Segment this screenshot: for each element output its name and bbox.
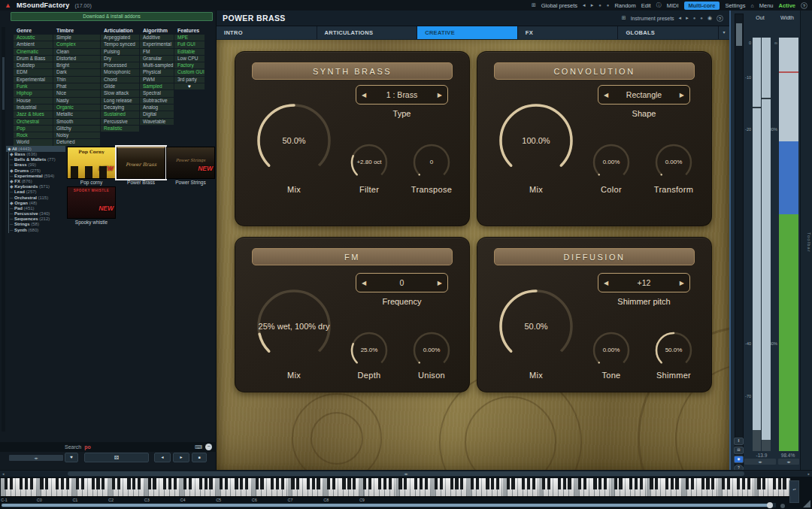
preset-card[interactable]: Pop Corny NEW Pop corny (67, 147, 116, 186)
tag-item[interactable]: Tempo synced (101, 41, 139, 47)
small-knob-1[interactable]: +2.80 oct (347, 141, 391, 184)
preset-thumbnail-image[interactable]: Power Brass (117, 147, 165, 179)
tree-item[interactable]: FX (876) (10, 179, 65, 184)
tag-item[interactable]: Arpeggiated (101, 35, 139, 41)
tag-item[interactable]: Jazz & blues (14, 111, 53, 117)
tree-item[interactable]: Pad (451) (10, 206, 65, 211)
info-icon[interactable]: ⓘ (656, 2, 662, 9)
tag-item[interactable]: Analog (140, 105, 174, 111)
tree-item[interactable]: Synth (680) (10, 228, 65, 233)
small-knob-2[interactable]: 0 (410, 141, 453, 184)
preset-thumbnail-image[interactable]: Power Strings NEW (166, 147, 215, 179)
sidebar-scrollbar[interactable] (2, 27, 5, 432)
tree-item[interactable]: Orchestral (115) (10, 195, 65, 201)
tag-item[interactable]: Simple (53, 35, 100, 41)
selector-next-icon[interactable]: ▶ (674, 92, 689, 98)
toolbar-tab-label[interactable]: Toolbar (807, 232, 811, 253)
tag-item[interactable]: Noisy (53, 132, 100, 138)
tag-item[interactable]: Hiphop (14, 90, 53, 96)
preset-save-icon[interactable]: ● (598, 3, 601, 8)
keyboard-scroll-handle[interactable]: ◂▸ (68, 471, 744, 476)
tag-item[interactable]: Spectral (140, 90, 174, 96)
mix-knob[interactable]: 25% wet, 100% dry (252, 284, 336, 368)
tree-item[interactable]: Keyboards (571) (10, 184, 65, 189)
tag-item[interactable]: Realistic (101, 126, 139, 132)
tag-item[interactable]: Dubstep (14, 62, 53, 68)
preset-next-icon[interactable]: ▸ (591, 2, 594, 8)
tab[interactable]: ARTICULATIONS (317, 26, 417, 39)
tag-item[interactable]: Experimental (14, 77, 53, 83)
tree-item[interactable]: Brass (99) (10, 162, 65, 168)
tag-item[interactable]: Funk (14, 83, 53, 89)
small-knob-2[interactable]: 50.0% (652, 329, 695, 372)
favorite-button[interactable]: ♥ (65, 453, 78, 462)
tag-item[interactable]: Organic (53, 105, 100, 111)
tag-item[interactable]: Factory (174, 62, 205, 68)
tag-item[interactable]: Slow attack (101, 90, 139, 96)
tag-item[interactable]: Wavetable (140, 119, 174, 125)
tag-item[interactable]: Processed (101, 62, 139, 68)
tag-item[interactable]: Smooth (53, 119, 100, 125)
tag-item[interactable]: Experimental (140, 41, 174, 47)
value-selector[interactable]: ◀ Rectangle ▶ (598, 85, 690, 105)
tag-item[interactable]: Ambient (14, 41, 53, 47)
out-meter-right[interactable] (762, 38, 771, 451)
piano-keyboard[interactable] (1, 478, 790, 497)
tag-item[interactable]: Editable (174, 49, 205, 55)
zoom-bar-range[interactable] (2, 504, 770, 507)
tag-item[interactable]: PWM (140, 77, 174, 83)
tag-item[interactable]: Metallic (53, 111, 100, 117)
tag-item[interactable]: Glide (101, 83, 139, 89)
tag-item[interactable]: ♥ (174, 83, 205, 89)
tag-item[interactable]: Sampled (140, 83, 174, 89)
browser-mini-scrollbar[interactable]: ◂▸ (9, 455, 63, 461)
tag-item[interactable]: Full GUI (174, 41, 205, 47)
preset-thumbnail-image[interactable]: Pop Corny NEW (67, 147, 116, 179)
tag-item[interactable]: Complex (53, 41, 100, 47)
tag-item[interactable]: Rock (14, 132, 53, 138)
tag-item[interactable]: House (14, 98, 53, 104)
tag-item[interactable]: Percussive (101, 119, 139, 125)
midi-button[interactable]: MIDI (667, 2, 679, 9)
value-selector[interactable]: ◀ 1 : Brass ▶ (356, 85, 448, 105)
small-knob-1[interactable]: 0.00% (589, 141, 633, 184)
selector-prev-icon[interactable]: ◀ (356, 92, 371, 98)
small-knob-2[interactable]: 0.00% (410, 329, 453, 372)
preset-menu-icon[interactable]: ● (607, 3, 610, 8)
global-presets-grid-icon[interactable]: ⊞ (532, 2, 536, 8)
stop-button[interactable]: ■ (192, 453, 207, 462)
width-meter[interactable] (779, 38, 798, 451)
tree-item[interactable]: Bass (636) (10, 152, 65, 157)
tag-item[interactable]: Phat (53, 83, 100, 89)
tree-item[interactable]: Drums (275) (10, 168, 65, 174)
keyboard-scrollbar[interactable]: ◂ ◂▸ ▸ (0, 471, 812, 477)
clear-search-icon[interactable]: − (205, 444, 212, 450)
selector-next-icon[interactable]: ▶ (432, 280, 447, 286)
selector-next-icon[interactable]: ▶ (432, 92, 447, 98)
tag-item[interactable]: Cinematic (14, 49, 53, 55)
tag-item[interactable]: EDM (14, 69, 53, 75)
active-status[interactable]: Active (778, 2, 795, 9)
tree-item[interactable]: Strings (58) (10, 222, 65, 227)
tag-item[interactable]: Pop (14, 126, 53, 132)
search-input[interactable]: po (84, 444, 91, 450)
tag-item[interactable]: Drum & Bass (14, 56, 53, 62)
tag-item[interactable]: Clean (53, 49, 100, 55)
tree-item[interactable]: Experimental (594) (10, 174, 65, 179)
download-addons-button[interactable]: Download & install addons (11, 12, 213, 21)
tag-item[interactable]: Chord (101, 77, 139, 83)
preset-card[interactable]: Power Brass Power Brass (117, 147, 165, 186)
tag-item[interactable]: Orchestral (14, 119, 53, 125)
value-selector[interactable]: ◀ 0 ▶ (356, 273, 448, 292)
small-knob-1[interactable]: 25.0% (347, 329, 391, 372)
value-selector[interactable]: ◀ +12 ▶ (598, 273, 690, 292)
mix-knob[interactable]: 100.0% (494, 98, 578, 183)
menu-button[interactable]: Menu (759, 2, 774, 9)
tab[interactable]: INTRO (217, 26, 317, 39)
tree-item[interactable]: Organ (48) (10, 201, 65, 206)
tag-item[interactable]: Digital (140, 111, 174, 117)
home-icon[interactable]: ⌂ (750, 3, 753, 8)
inst-help-icon[interactable]: ? (717, 15, 723, 22)
tag-item[interactable]: Dark (53, 69, 100, 75)
small-knob-2[interactable]: 0.00% (652, 141, 695, 184)
